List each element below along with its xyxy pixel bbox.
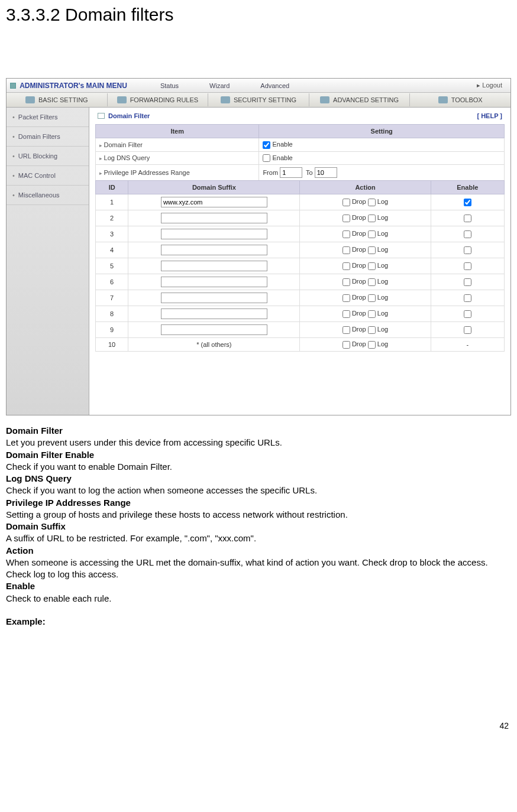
- drop-checkbox[interactable]: [342, 262, 350, 270]
- drop-checkbox[interactable]: [342, 326, 350, 334]
- log-label: Log: [376, 326, 388, 333]
- drop-checkbox[interactable]: [342, 230, 350, 238]
- log-checkbox[interactable]: [368, 199, 376, 206]
- action-cell: Drop Log: [300, 290, 431, 306]
- domain-filter-enable-checkbox[interactable]: [263, 141, 270, 149]
- sidebar-item-url-blocking[interactable]: URL Blocking: [7, 147, 89, 166]
- table-row: 10* (all others) Drop Log-: [96, 338, 505, 352]
- drop-checkbox[interactable]: [342, 215, 350, 222]
- sidebar-item-mac-control[interactable]: MAC Control: [7, 166, 89, 186]
- rule-enable-checkbox[interactable]: [464, 278, 471, 286]
- domain-suffix-input[interactable]: [161, 308, 267, 319]
- log-checkbox[interactable]: [368, 262, 376, 270]
- menu-advanced[interactable]: Advanced: [260, 82, 289, 89]
- doc-term: Log DNS Query: [6, 473, 511, 485]
- table-row: 6 Drop Log: [96, 274, 505, 290]
- rule-id: 7: [96, 290, 128, 306]
- tab-advanced-setting[interactable]: ADVANCED SETTING: [309, 93, 411, 106]
- rule-enable-checkbox[interactable]: [464, 230, 471, 238]
- col-domain-suffix: Domain Suffix: [128, 181, 300, 194]
- rules-table: ID Domain Suffix Action Enable 1 Drop Lo…: [95, 180, 505, 352]
- tab-forwarding-rules[interactable]: FORWARDING RULES: [108, 93, 209, 106]
- domain-suffix-input[interactable]: [161, 277, 267, 287]
- drop-checkbox[interactable]: [342, 310, 350, 318]
- drop-checkbox[interactable]: [342, 246, 350, 254]
- doc-text: Setting a group of hosts and privilege t…: [6, 509, 511, 521]
- enable-cell: [431, 242, 504, 258]
- drop-label: Drop: [350, 198, 368, 205]
- main-menu-bar: ADMINISTRATOR's MAIN MENU Status Wizard …: [7, 79, 510, 93]
- drop-label: Drop: [350, 262, 368, 269]
- privilege-from-input[interactable]: [280, 167, 302, 178]
- rule-id: 3: [96, 226, 128, 242]
- drop-checkbox[interactable]: [342, 341, 350, 349]
- tab-security-setting[interactable]: SECURITY SETTING: [208, 93, 309, 106]
- sidebar-item-domain-filters[interactable]: Domain Filters: [7, 127, 89, 147]
- menu-icon: [10, 83, 16, 89]
- sidebar-item-miscellaneous[interactable]: Miscellaneous: [7, 186, 89, 205]
- log-checkbox[interactable]: [368, 326, 376, 334]
- rule-enable-checkbox[interactable]: [464, 215, 471, 222]
- domain-suffix-input[interactable]: [161, 245, 267, 255]
- tab-icon: [438, 96, 448, 103]
- action-cell: Drop Log: [300, 226, 431, 242]
- tab-basic-setting[interactable]: BASIC SETTING: [7, 93, 108, 106]
- row-domain-filter-label: Domain Filter: [96, 138, 259, 152]
- rule-id: 6: [96, 274, 128, 290]
- log-label: Log: [376, 262, 388, 269]
- row-privilege-label: Privilege IP Addresses Range: [96, 165, 259, 181]
- help-link[interactable]: [ HELP ]: [477, 112, 502, 119]
- rule-enable-checkbox[interactable]: [464, 199, 471, 206]
- domain-suffix-input[interactable]: [161, 197, 267, 207]
- menu-status[interactable]: Status: [160, 82, 179, 89]
- drop-checkbox[interactable]: [342, 199, 350, 206]
- rule-enable-checkbox[interactable]: [464, 262, 471, 270]
- action-cell: Drop Log: [300, 194, 431, 210]
- domain-suffix-input[interactable]: [161, 213, 267, 223]
- doc-term: Enable: [6, 580, 511, 592]
- enable-cell: [431, 322, 504, 338]
- log-label: Log: [376, 246, 388, 253]
- log-checkbox[interactable]: [368, 341, 376, 349]
- enable-cell: [431, 290, 504, 306]
- log-checkbox[interactable]: [368, 230, 376, 238]
- domain-suffix-input[interactable]: [161, 293, 267, 303]
- domain-suffix-input[interactable]: [161, 324, 267, 335]
- rule-enable-checkbox[interactable]: [464, 246, 471, 254]
- enable-cell: [431, 306, 504, 322]
- rule-enable-checkbox[interactable]: [464, 294, 471, 302]
- enable-label: Enable: [272, 141, 292, 148]
- logout-link[interactable]: ▸ Logout: [477, 82, 502, 89]
- row-log-dns-label: Log DNS Query: [96, 151, 259, 165]
- domain-suffix-input[interactable]: [161, 261, 267, 271]
- drop-checkbox[interactable]: [342, 294, 350, 302]
- rule-enable-checkbox[interactable]: [464, 310, 471, 318]
- log-checkbox[interactable]: [368, 278, 376, 286]
- action-cell: Drop Log: [300, 242, 431, 258]
- domain-suffix-input[interactable]: [161, 229, 267, 239]
- log-dns-enable-checkbox[interactable]: [263, 154, 270, 162]
- log-label: Log: [376, 214, 388, 221]
- privilege-to-input[interactable]: [315, 167, 337, 178]
- tab-toolbox[interactable]: TOOLBOX: [410, 93, 510, 106]
- action-cell: Drop Log: [300, 306, 431, 322]
- drop-checkbox[interactable]: [342, 278, 350, 286]
- page-number: 42: [6, 721, 511, 735]
- doc-text: Check if you want to enable Domain Filte…: [6, 461, 511, 473]
- log-label: Log: [376, 294, 388, 301]
- table-row: 7 Drop Log: [96, 290, 505, 306]
- log-checkbox[interactable]: [368, 310, 376, 318]
- tab-icon: [320, 96, 329, 103]
- domain-suffix-static: * (all others): [128, 338, 300, 352]
- log-checkbox[interactable]: [368, 215, 376, 222]
- router-ui-screenshot: ADMINISTRATOR's MAIN MENU Status Wizard …: [6, 78, 511, 415]
- log-checkbox[interactable]: [368, 246, 376, 254]
- rule-id: 9: [96, 322, 128, 338]
- sidebar-item-packet-filters[interactable]: Packet Filters: [7, 108, 89, 127]
- settings-table: Item Setting Domain Filter Enable Log DN…: [95, 124, 505, 181]
- rule-enable-checkbox[interactable]: [464, 326, 471, 334]
- action-cell: Drop Log: [300, 322, 431, 338]
- rule-id: 8: [96, 306, 128, 322]
- menu-wizard[interactable]: Wizard: [209, 82, 230, 89]
- log-checkbox[interactable]: [368, 294, 376, 302]
